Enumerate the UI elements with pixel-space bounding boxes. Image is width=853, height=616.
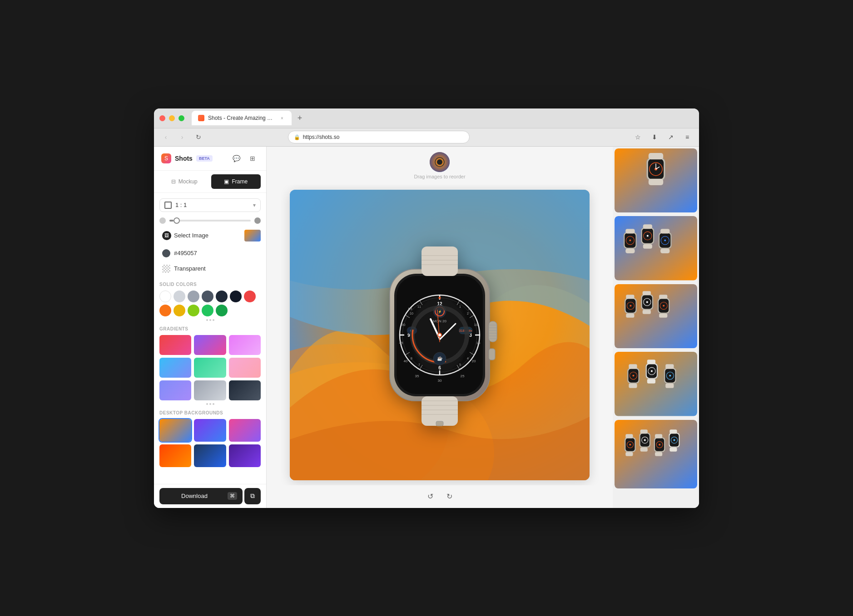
preview-thumb-2[interactable] [615,216,697,281]
color-green[interactable] [216,305,228,316]
grid-button[interactable]: ⊞ [246,152,259,165]
star-icon: ☆ [635,133,641,141]
copy-button[interactable]: ⧉ [244,488,261,504]
color-orange[interactable] [159,305,171,316]
bg-item-2[interactable] [194,419,226,442]
canvas-icon[interactable] [430,152,450,172]
gradient-3[interactable] [229,335,261,355]
svg-text:15: 15 [476,341,481,345]
svg-rect-155 [625,452,633,456]
preview-thumb-4[interactable] [615,352,697,416]
select-image-button[interactable]: 🖼 Select Image [159,229,211,242]
preview-thumb-1[interactable] [615,148,697,213]
svg-text:10: 10 [474,323,478,327]
menu-button[interactable]: ≡ [681,131,694,143]
right-panel [613,147,699,508]
tab-close-button[interactable]: × [279,115,285,121]
color-medium-gray[interactable] [188,291,199,302]
tab-frame[interactable]: ▣ Frame [211,174,261,189]
redo-button[interactable]: ↻ [442,490,456,503]
svg-text:45: 45 [399,341,403,345]
download-nav-button[interactable]: ⬇ [648,131,661,143]
color-light-gray[interactable] [174,291,185,302]
preview-item-5[interactable] [613,418,699,491]
svg-point-102 [647,235,649,237]
svg-point-115 [630,305,631,306]
more-colors-dots[interactable] [159,319,261,321]
more-gradients-dots[interactable] [159,403,261,405]
preview-item-4[interactable] [613,350,699,418]
svg-point-140 [651,370,653,372]
sidebar: S Shots BETA 💬 ⊞ ⊟ Mockup [154,147,267,508]
gradient-9[interactable] [229,380,261,400]
refresh-button[interactable]: ↻ [192,131,205,143]
star-button[interactable]: ☆ [632,131,645,143]
transparent-label: Transparent [174,265,206,272]
shots-beta-badge: BETA [196,155,213,162]
new-tab-button[interactable]: + [293,112,306,124]
svg-point-153 [629,444,631,445]
bg-item-1[interactable] [159,419,191,442]
gradient-7[interactable] [159,380,191,400]
color-green-mid[interactable] [202,305,213,316]
bg-item-3[interactable] [229,419,261,442]
share-button[interactable]: ↗ [665,131,677,143]
preview-item-1[interactable] [613,147,699,215]
bg-item-4[interactable] [159,444,191,467]
preview-item-2[interactable] [613,214,699,282]
color-white[interactable] [159,291,171,302]
slider-track[interactable] [169,220,251,222]
gradient-2[interactable] [194,335,226,355]
address-bar: ‹ › ↻ 🔒 https://shots.so ☆ ⬇ ↗ ≡ [154,128,699,147]
color-lime[interactable] [188,305,199,316]
close-button[interactable] [159,115,165,121]
svg-text:7: 7 [418,363,420,366]
slider-min-icon [159,217,166,224]
gradient-8[interactable] [194,380,226,400]
preview-thumb-3[interactable] [615,284,697,349]
gradient-grid [159,335,261,400]
select-image-thumb[interactable] [244,230,261,241]
svg-text:55: 55 [408,307,412,311]
slider-fill [169,220,174,222]
back-button[interactable]: ‹ [159,131,172,143]
forward-button[interactable]: › [176,131,188,143]
fullscreen-button[interactable] [179,115,184,121]
message-button[interactable]: 💬 [230,152,243,165]
gradient-6[interactable] [229,358,261,378]
refresh-icon: ↻ [196,133,201,141]
color-yellow[interactable] [174,305,185,316]
checker-icon [162,265,170,273]
transparent-row[interactable]: Transparent [159,263,261,275]
tab-title: Shots - Create Amazing Mockup [208,115,275,121]
svg-rect-136 [629,384,637,388]
color-picker-row[interactable]: #495057 [159,247,261,259]
bg-item-5[interactable] [194,444,226,467]
preview-item-3[interactable] [613,282,699,350]
svg-text:35: 35 [415,374,419,378]
canvas-top-bar: Drag images to reorder [267,147,613,185]
color-red[interactable] [244,291,256,302]
svg-point-159 [644,439,646,441]
svg-rect-130 [615,352,697,416]
undo-button[interactable]: ↺ [423,490,437,503]
bg-item-6[interactable] [229,444,261,467]
address-input[interactable]: 🔒 https://shots.so [288,131,470,143]
download-button[interactable]: Download ⌘ [159,488,243,504]
minimize-button[interactable] [169,115,175,121]
color-dark-gray[interactable] [202,291,213,302]
preview-thumb-5[interactable] [615,420,697,489]
browser-tab[interactable]: Shots - Create Amazing Mockup × [192,111,292,125]
gradient-5[interactable] [194,358,226,378]
gradient-1[interactable] [159,335,191,355]
gradient-4[interactable] [159,358,191,378]
tab-mockup[interactable]: ⊟ Mockup [159,174,209,189]
slider-thumb[interactable] [174,217,180,224]
svg-text:11: 11 [417,305,421,308]
color-near-black[interactable] [216,291,228,302]
tab-area: Shots - Create Amazing Mockup × + [192,111,694,125]
svg-point-96 [629,240,631,241]
browser-window: Shots - Create Amazing Mockup × + ‹ › ↻ … [154,108,699,508]
aspect-ratio-selector[interactable]: 1 : 1 ▾ [159,198,261,212]
color-black[interactable] [230,291,242,302]
